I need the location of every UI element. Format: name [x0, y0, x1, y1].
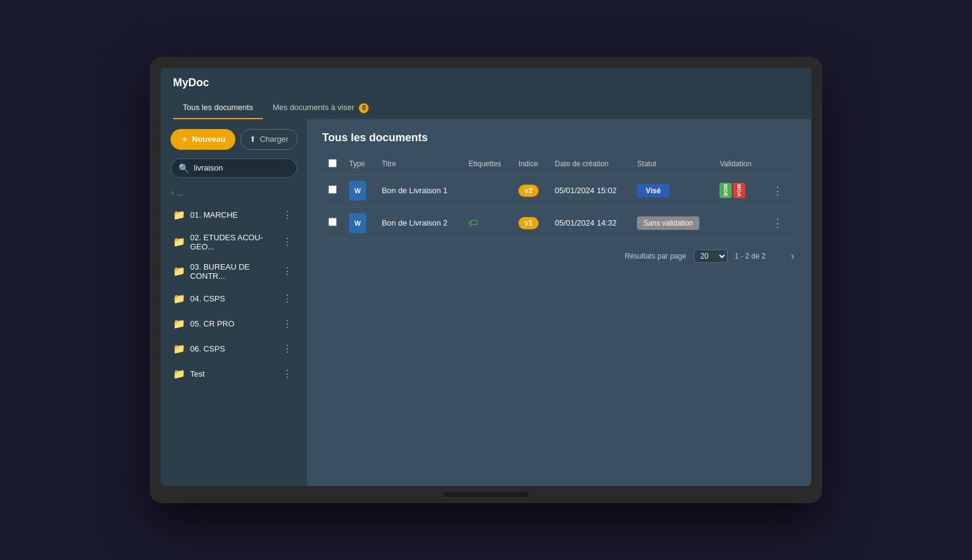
row1-checkbox-cell: [322, 174, 343, 207]
row1-moe-badge: MOE: [720, 183, 732, 198]
row2-menu-button[interactable]: ⋮: [768, 215, 787, 231]
folder-item-csps-04[interactable]: 📁 04. CSPS ⋮: [171, 286, 297, 311]
folder-menu-icon[interactable]: ⋮: [280, 235, 295, 249]
row1-indice-badge: v2: [518, 185, 539, 197]
search-input[interactable]: [194, 163, 289, 172]
app-title: MyDoc: [173, 76, 799, 89]
nouveau-button[interactable]: ＋ Nouveau: [171, 129, 235, 150]
upload-icon: ⬆: [249, 134, 256, 144]
breadcrumb-text: ...: [177, 189, 183, 197]
row1-word-icon: W: [349, 181, 366, 201]
app-body: ＋ Nouveau ⬆ Charger 🔍 ↑ ...: [161, 119, 811, 486]
folder-name: 02. ETUDES ACOU-GEO...: [190, 233, 280, 251]
folder-name: 01. MARCHE: [190, 210, 280, 219]
tab-my-documents-label: Mes documents à viser: [273, 103, 355, 112]
nouveau-label: Nouveau: [192, 134, 226, 144]
tab-all-documents-label: Tous les documents: [183, 103, 253, 112]
table-row: W Bon de Livraison 1 v2 05/01/: [322, 174, 797, 207]
row1-actions-cell: ⋮: [762, 174, 797, 207]
header-type: Type: [343, 154, 375, 175]
main-panel: Tous les documents Type Titre: [307, 119, 811, 486]
row1-etiquettes-cell: [462, 174, 512, 207]
folder-menu-icon[interactable]: ⋮: [280, 208, 295, 222]
panel-title: Tous les documents: [322, 131, 797, 144]
folder-item-test[interactable]: 📁 Test ⋮: [171, 361, 297, 386]
plus-icon: ＋: [180, 134, 188, 145]
header-indice: Indice: [512, 154, 548, 175]
folder-item-crpro[interactable]: 📁 05. CR PRO ⋮: [171, 311, 297, 336]
folder-name: 03. BUREAU DE CONTR...: [190, 262, 280, 281]
tab-my-documents[interactable]: Mes documents à viser 0: [263, 98, 378, 119]
row2-checkbox[interactable]: [328, 218, 337, 226]
pagination-row: Résultats par page 10 20 50 100 1 - 2 de…: [322, 249, 797, 263]
sidebar: ＋ Nouveau ⬆ Charger 🔍 ↑ ...: [161, 119, 307, 486]
row1-titre-cell[interactable]: Bon de Livraison 1: [375, 174, 462, 207]
row1-statut-cell: Visé: [631, 174, 713, 207]
page-size-select[interactable]: 10 20 50 100: [694, 249, 727, 263]
folder-name: 06. CSPS: [190, 344, 280, 353]
page-prev-button[interactable]: ‹: [773, 249, 781, 263]
row1-statut-badge: Visé: [637, 184, 669, 197]
header-validation: Validation: [713, 154, 762, 175]
folder-menu-icon[interactable]: ⋮: [280, 342, 295, 356]
row2-titre-cell[interactable]: Bon de Livraison 2: [375, 207, 462, 239]
folder-name: Test: [190, 369, 280, 378]
folder-icon: 📁: [173, 209, 185, 221]
row1-menu-button[interactable]: ⋮: [768, 183, 787, 199]
row2-actions-cell: ⋮: [762, 207, 797, 239]
row2-statut-cell: Sans validation: [631, 207, 713, 239]
folder-icon: 📁: [173, 343, 185, 355]
folder-icon: 📁: [173, 293, 185, 304]
folder-menu-icon[interactable]: ⋮: [280, 367, 295, 381]
folder-menu-icon[interactable]: ⋮: [280, 264, 295, 278]
laptop-notch: [443, 492, 529, 497]
header-actions: [762, 154, 797, 175]
row2-etiquettes-cell: 🏷: [462, 207, 512, 239]
page-next-button[interactable]: ›: [789, 249, 797, 263]
folder-icon: 📁: [173, 318, 185, 330]
folder-name: 04. CSPS: [190, 294, 280, 303]
folder-icon: 📁: [173, 265, 185, 277]
folder-menu-icon[interactable]: ⋮: [280, 317, 295, 331]
row2-type-cell: W: [343, 207, 375, 239]
header-statut: Statut: [631, 154, 713, 175]
row1-moa-badge: MOA: [733, 183, 745, 198]
tab-all-documents[interactable]: Tous les documents: [173, 98, 263, 119]
results-per-page-label: Résultats par page: [625, 252, 687, 260]
documents-table: Type Titre Etiquettes Indice: [322, 154, 797, 240]
folder-item-etudes[interactable]: 📁 02. ETUDES ACOU-GEO... ⋮: [171, 227, 297, 257]
search-icon: 🔍: [179, 163, 189, 173]
folder-icon: 📁: [173, 368, 185, 380]
select-all-checkbox[interactable]: [328, 159, 337, 168]
row1-validation-badges: MOE MOA: [720, 183, 756, 198]
charger-button[interactable]: ⬆ Charger: [240, 129, 298, 150]
charger-label: Charger: [260, 134, 289, 144]
page-info: 1 - 2 de 2: [735, 252, 766, 260]
folder-item-bureau[interactable]: 📁 03. BUREAU DE CONTR... ⋮: [171, 257, 297, 286]
folder-item-marche[interactable]: 📁 01. MARCHE ⋮: [171, 202, 297, 227]
row1-indice-cell: v2: [512, 174, 548, 207]
app-header: MyDoc Tous les documents Mes documents à…: [161, 68, 811, 119]
header-titre: Titre: [375, 154, 462, 175]
row1-validation-cell: MOE MOA: [713, 174, 762, 207]
row2-indice-badge: v1: [518, 217, 539, 229]
header-date-creation: Date de création: [548, 154, 631, 175]
folder-name: 05. CR PRO: [190, 319, 280, 328]
table-header-row: Type Titre Etiquettes Indice: [322, 154, 797, 175]
folder-menu-icon[interactable]: ⋮: [280, 292, 295, 306]
search-box: 🔍: [171, 158, 297, 178]
tabs-row: Tous les documents Mes documents à viser…: [173, 98, 799, 119]
row1-checkbox[interactable]: [328, 185, 337, 194]
laptop-screen: MyDoc Tous les documents Mes documents à…: [161, 68, 811, 486]
header-etiquettes: Etiquettes: [462, 154, 512, 175]
row1-date-cell: 05/01/2024 15:02: [548, 174, 631, 207]
row2-word-icon: W: [349, 213, 366, 233]
row2-statut-badge: Sans validation: [637, 216, 699, 230]
row2-indice-cell: v1: [512, 207, 548, 239]
table-row: W Bon de Livraison 2 🏷 v1: [322, 207, 797, 239]
folder-list: 📁 01. MARCHE ⋮ 📁 02. ETUDES ACOU-GEO... …: [171, 202, 297, 386]
folder-icon: 📁: [173, 236, 185, 248]
folder-item-csps-06[interactable]: 📁 06. CSPS ⋮: [171, 336, 297, 361]
row1-type-cell: W: [343, 174, 375, 207]
row2-date-cell: 05/01/2024 14:32: [548, 207, 631, 239]
